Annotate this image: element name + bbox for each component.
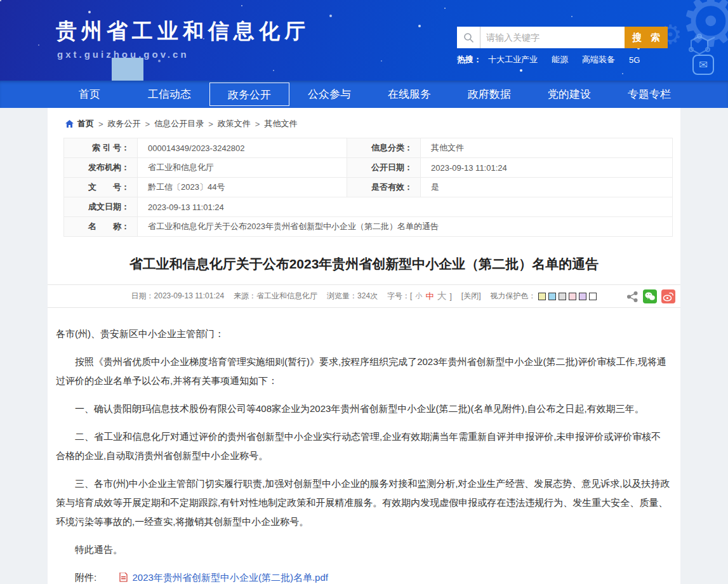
paragraph: 二、省工业和信息化厅对通过评价的贵州省创新型中小企业实行动态管理,企业有效期满当… xyxy=(56,427,670,465)
hot-search-row: 热搜： 十大工业产业 能源 高端装备 5G xyxy=(457,54,654,65)
eye-color-swatch[interactable] xyxy=(569,293,576,300)
envelope-icon: ✉ xyxy=(692,55,714,75)
nav-item-industry-news[interactable]: 工信动态 xyxy=(129,83,209,106)
article-date: 日期：2023-09-13 11:01:24 xyxy=(131,291,225,302)
banner-square-decoration xyxy=(112,58,143,81)
meta-label-written-date: 成文日期： xyxy=(64,197,138,217)
weibo-share-icon[interactable] xyxy=(661,289,675,303)
attachment-link[interactable]: 2023年贵州省创新型中小企业(第二批)名单.pdf xyxy=(133,572,328,583)
table-row: 名 称： 省工业和信息化厅关于公布2023年贵州省创新型中小企业（第二批）名单的… xyxy=(64,217,673,237)
meta-label-category: 信息分类： xyxy=(347,138,421,158)
font-medium-button[interactable]: 中 xyxy=(425,291,433,302)
search-icon xyxy=(457,27,480,48)
share-icon[interactable] xyxy=(626,291,639,303)
paragraph: 三、各市(州)中小企业主管部门切实履行职责,加强对创新型中小企业的服务对接和监测… xyxy=(56,474,670,531)
hot-search-item[interactable]: 十大工业产业 xyxy=(488,54,538,65)
font-large-button[interactable]: 大 xyxy=(437,290,446,302)
breadcrumb-separator: > xyxy=(98,119,103,129)
meta-value-doc-number: 黔工信〔2023〕44号 xyxy=(138,178,347,197)
eye-protect-label: 视力保护色： xyxy=(490,291,536,302)
eye-color-swatch[interactable] xyxy=(579,293,586,300)
hot-search-item[interactable]: 高端装备 xyxy=(582,54,615,65)
banner-stars-decoration xyxy=(0,0,1,1)
attachment-row: 附件: 2023年贵州省创新型中小企业(第二批)名单.pdf xyxy=(56,568,670,584)
document-meta-table: 索 引 号： 000014349/2023-3242802 信息分类： 其他文件… xyxy=(63,138,673,237)
paragraph: 一、确认贵阳朗玛信息技术股份有限公司等408家企业为2023年贵州省创新型中小企… xyxy=(56,399,670,418)
meta-label-validity: 是否有效： xyxy=(347,178,421,197)
breadcrumb: 首页 > 政务公开 > 信息公开目录 > 政策文件 > 其他文件 xyxy=(48,108,680,129)
font-small-button[interactable]: 小 xyxy=(415,291,422,301)
breadcrumb-separator: > xyxy=(145,119,150,129)
search-input[interactable] xyxy=(480,27,625,48)
meta-value-category: 其他文件 xyxy=(421,138,673,158)
paragraph: 特此通告。 xyxy=(56,540,670,559)
meta-label-title: 名 称： xyxy=(64,217,138,237)
site-title: 贵州省工业和信息化厅 xyxy=(56,17,310,46)
eye-protect-control: 视力保护色： xyxy=(490,291,597,302)
nav-item-home[interactable]: 首页 xyxy=(50,83,129,106)
page-background: 首页 > 政务公开 > 信息公开目录 > 政策文件 > 其他文件 索 引 号： … xyxy=(0,108,728,584)
breadcrumb-home[interactable]: 首页 xyxy=(77,118,94,129)
attachment-label: 附件: xyxy=(75,572,96,583)
site-header: ⚙ ⚙ ✉ 贵州省工业和信息化厅 gxt.guizhou.gov.cn 搜 索 xyxy=(0,0,728,81)
breadcrumb-current: 其他文件 xyxy=(264,118,297,129)
meta-value-index-number: 000014349/2023-3242802 xyxy=(138,138,347,158)
article-views: 浏览量：324次 xyxy=(327,291,378,302)
article-title: 省工业和信息化厅关于公布2023年贵州省创新型中小企业（第二批）名单的通告 xyxy=(48,255,680,273)
nav-item-special-topics[interactable]: 专题专栏 xyxy=(609,83,689,106)
breadcrumb-item[interactable]: 政务公开 xyxy=(108,118,141,129)
breadcrumb-separator: > xyxy=(255,119,260,129)
article-meta-bar: 日期：2023-09-13 11:01:24 来源：省工业和信息化厅 浏览量：3… xyxy=(48,284,680,308)
article-source: 来源：省工业和信息化厅 xyxy=(234,291,317,302)
meta-label-publish-date: 公开日期： xyxy=(347,158,421,178)
main-nav: 首页 工信动态 政务公开 公众参与 在线服务 政府数据 党的建设 专题专栏 xyxy=(0,81,728,108)
paragraph: 按照《贵州省优质中小企业梯度培育管理实施细则(暂行)》要求,按程序组织完成了20… xyxy=(56,352,670,390)
eye-color-swatch[interactable] xyxy=(589,293,597,300)
search-bar: 搜 索 xyxy=(457,27,668,48)
nav-item-gov-data[interactable]: 政府数据 xyxy=(449,83,529,106)
share-icons-group xyxy=(626,289,675,303)
nav-item-party-building[interactable]: 党的建设 xyxy=(529,83,609,106)
breadcrumb-item[interactable]: 政策文件 xyxy=(218,118,251,129)
font-size-control: 字号：[ 小 中 大 ] xyxy=(387,290,452,302)
table-row: 索 引 号： 000014349/2023-3242802 信息分类： 其他文件 xyxy=(64,138,673,158)
content-panel: 首页 > 政务公开 > 信息公开目录 > 政策文件 > 其他文件 索 引 号： … xyxy=(48,108,680,584)
page: ⚙ ⚙ ✉ 贵州省工业和信息化厅 gxt.guizhou.gov.cn 搜 索 xyxy=(0,0,728,584)
meta-label-doc-number: 文 号： xyxy=(64,178,138,197)
breadcrumb-separator: > xyxy=(208,119,213,129)
breadcrumb-item[interactable]: 信息公开目录 xyxy=(154,118,204,129)
meta-label-index-number: 索 引 号： xyxy=(64,138,138,158)
hot-search-item[interactable]: 5G xyxy=(629,55,640,65)
site-url: gxt.guizhou.gov.cn xyxy=(57,49,189,60)
eye-color-swatch[interactable] xyxy=(548,293,556,300)
meta-value-title: 省工业和信息化厅关于公布2023年贵州省创新型中小企业（第二批）名单的通告 xyxy=(138,217,673,237)
table-row: 发布机构： 省工业和信息化厅 公开日期： 2023-09-13 11:01:24 xyxy=(64,158,673,178)
font-size-label: 字号：[ xyxy=(387,291,412,302)
pdf-icon xyxy=(100,569,128,584)
hot-search-label: 热搜： xyxy=(457,54,482,65)
meta-label-issuing-agency: 发布机构： xyxy=(64,158,138,178)
wechat-share-icon[interactable] xyxy=(643,289,657,303)
meta-value-written-date: 2023-09-13 11:01:24 xyxy=(138,197,673,217)
meta-value-issuing-agency: 省工业和信息化厅 xyxy=(138,158,347,178)
font-size-label-end: ] xyxy=(449,292,451,301)
article-body: 各市(州)、贵安新区中小企业主管部门： 按照《贵州省优质中小企业梯度培育管理实施… xyxy=(48,308,680,584)
nav-item-gov-disclosure[interactable]: 政务公开 xyxy=(209,83,289,106)
search-button[interactable]: 搜 索 xyxy=(625,27,668,48)
eye-color-swatch[interactable] xyxy=(559,293,566,300)
eye-color-swatch[interactable] xyxy=(538,293,546,300)
paragraph: 各市(州)、贵安新区中小企业主管部门： xyxy=(56,324,670,343)
meta-value-publish-date: 2023-09-13 11:01:24 xyxy=(421,158,673,178)
meta-value-validity: 是 xyxy=(421,178,673,197)
home-icon xyxy=(65,120,74,128)
table-row: 文 号： 黔工信〔2023〕44号 是否有效： 是 xyxy=(64,178,673,197)
close-button[interactable]: [关闭] xyxy=(461,291,481,302)
nav-item-public-participation[interactable]: 公众参与 xyxy=(289,83,369,106)
hot-search-item[interactable]: 能源 xyxy=(552,54,568,65)
table-row: 成文日期： 2023-09-13 11:01:24 xyxy=(64,197,673,217)
nav-item-online-services[interactable]: 在线服务 xyxy=(369,83,449,106)
